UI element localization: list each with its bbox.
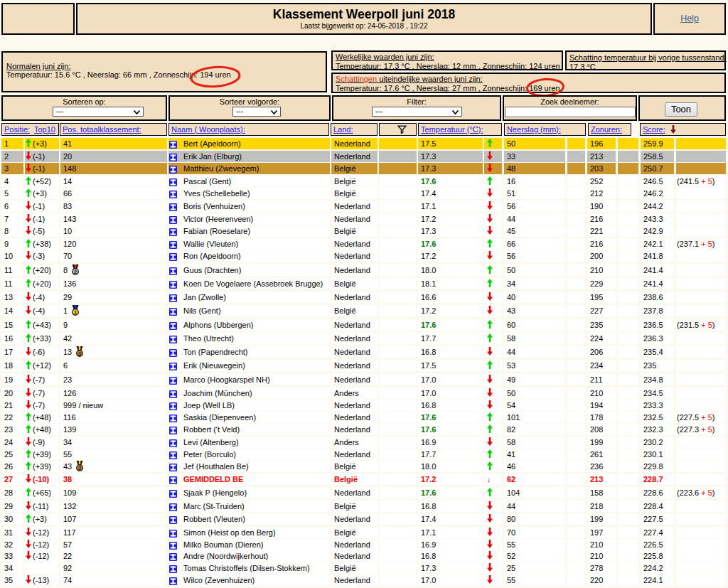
svg-text:2: 2 [74,269,77,275]
svg-text:3: 3 [78,465,81,471]
svg-text:1: 1 [74,309,77,316]
svg-text:3: 3 [78,351,81,357]
